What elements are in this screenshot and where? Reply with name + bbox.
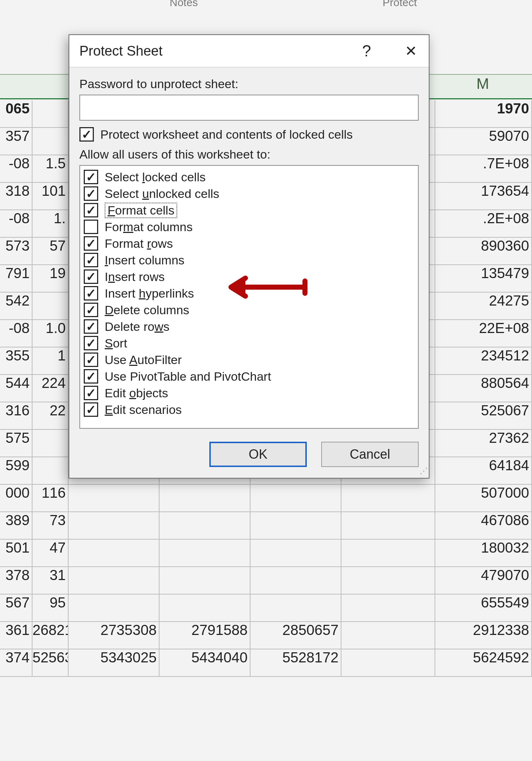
cell[interactable]: 2735308	[69, 622, 160, 649]
cell[interactable]	[250, 540, 341, 566]
cell[interactable]: 2912338	[435, 622, 532, 649]
cell[interactable]: 57	[32, 238, 69, 264]
cell[interactable]: 180032	[435, 540, 532, 566]
table-row[interactable]: 56795655549	[0, 594, 532, 622]
permission-checkbox[interactable]	[84, 220, 98, 234]
table-row[interactable]: 36126821592735308279158828506572912338	[0, 622, 532, 649]
cell[interactable]: 1970	[435, 100, 532, 127]
permission-label[interactable]: Delete columns	[105, 303, 189, 317]
cell[interactable]: 467086	[435, 512, 532, 539]
cell[interactable]: 361	[0, 622, 32, 649]
cell[interactable]: 31	[32, 567, 69, 594]
permission-label[interactable]: Sort	[105, 336, 127, 350]
cell[interactable]	[160, 512, 250, 539]
permission-checkbox[interactable]	[84, 386, 98, 400]
permission-checkbox[interactable]	[84, 353, 98, 367]
cell[interactable]: 374	[0, 649, 32, 676]
cell[interactable]	[69, 594, 160, 621]
cell[interactable]	[32, 128, 69, 155]
cell[interactable]: 655549	[435, 594, 532, 621]
permission-checkbox[interactable]	[84, 253, 98, 267]
cell[interactable]: 542	[0, 293, 32, 319]
cell[interactable]: 73	[32, 512, 69, 539]
permission-label[interactable]: Select locked cells	[105, 170, 206, 184]
cell[interactable]: 355	[0, 347, 32, 374]
permission-label[interactable]: Use AutoFilter	[105, 353, 182, 367]
cell[interactable]: 357	[0, 128, 32, 155]
permission-label[interactable]: Delete rows	[105, 320, 170, 334]
cell[interactable]	[341, 594, 435, 621]
cell[interactable]: 1.5	[32, 155, 69, 182]
permission-checkbox[interactable]	[84, 170, 98, 184]
cell[interactable]: 101	[32, 183, 69, 209]
cell[interactable]: 316	[0, 402, 32, 429]
cell[interactable]: 1.	[32, 210, 69, 237]
cell[interactable]: 791	[0, 265, 32, 292]
permission-checkbox[interactable]	[84, 286, 98, 300]
cell[interactable]: 507000	[435, 485, 532, 511]
cell[interactable]: 27362	[435, 430, 532, 457]
cell[interactable]: 1	[32, 347, 69, 374]
cell[interactable]: 065	[0, 100, 32, 127]
table-row[interactable]: 000116507000	[0, 485, 532, 512]
cell[interactable]: 135479	[435, 265, 532, 292]
cell[interactable]: 5528172	[250, 649, 341, 676]
cell[interactable]	[341, 485, 435, 511]
cell[interactable]	[160, 567, 250, 594]
cell[interactable]: 2850657	[250, 622, 341, 649]
cell[interactable]: 59070	[435, 128, 532, 155]
cell[interactable]: .2E+08	[435, 210, 532, 237]
cell[interactable]: 22E+08	[435, 320, 532, 347]
permission-checkbox[interactable]	[84, 402, 98, 417]
cell[interactable]: 501	[0, 540, 32, 566]
table-row[interactable]: 37831479070	[0, 567, 532, 594]
cell[interactable]: 47	[32, 540, 69, 566]
permission-checkbox[interactable]	[84, 369, 98, 384]
permission-label[interactable]: Insert columns	[105, 253, 184, 267]
ok-button[interactable]: OK	[209, 442, 307, 467]
cell[interactable]: 95	[32, 594, 69, 621]
cell[interactable]	[32, 430, 69, 457]
cell[interactable]: 389	[0, 512, 32, 539]
cell[interactable]: -08	[0, 155, 32, 182]
cell[interactable]	[250, 512, 341, 539]
cell[interactable]: -08	[0, 210, 32, 237]
cell[interactable]	[341, 512, 435, 539]
cell[interactable]	[160, 485, 250, 511]
cell[interactable]: 890360	[435, 238, 532, 264]
column-header-m[interactable]: M	[437, 75, 529, 97]
cell[interactable]	[69, 540, 160, 566]
cell[interactable]: 19	[32, 265, 69, 292]
cell[interactable]: 544	[0, 375, 32, 402]
permission-label[interactable]: Edit scenarios	[105, 403, 182, 417]
permission-label[interactable]: Format cells	[105, 203, 177, 218]
dialog-titlebar[interactable]: Protect Sheet ? ✕	[69, 35, 429, 68]
cell[interactable]: 525067	[435, 402, 532, 429]
cell[interactable]: 2791588	[160, 622, 250, 649]
table-row[interactable]: 37452563605343025543404055281725624592	[0, 649, 532, 677]
cell[interactable]	[160, 540, 250, 566]
cell[interactable]: 234512	[435, 347, 532, 374]
cell[interactable]	[32, 100, 69, 127]
cell[interactable]: .7E+08	[435, 155, 532, 182]
cell[interactable]: 173654	[435, 183, 532, 209]
resize-grip-icon[interactable]: ⋰	[420, 466, 427, 476]
cell[interactable]: 64184	[435, 457, 532, 484]
cell[interactable]	[69, 512, 160, 539]
cell[interactable]	[32, 457, 69, 484]
cell[interactable]	[250, 594, 341, 621]
cell[interactable]: -08	[0, 320, 32, 347]
cell[interactable]: 599	[0, 457, 32, 484]
table-row[interactable]: 38973467086	[0, 512, 532, 540]
permission-label[interactable]: Select unlocked cells	[105, 187, 219, 201]
permission-checkbox[interactable]	[84, 203, 98, 217]
permission-label[interactable]: Edit objects	[105, 386, 168, 400]
cell[interactable]: 24275	[435, 293, 532, 319]
cell[interactable]: 573	[0, 238, 32, 264]
permission-label[interactable]: Use PivotTable and PivotChart	[105, 369, 271, 384]
cell[interactable]: 5256360	[32, 649, 69, 676]
help-icon[interactable]: ?	[362, 42, 371, 60]
cell[interactable]	[32, 293, 69, 319]
permission-label[interactable]: Insert hyperlinks	[105, 286, 194, 300]
cell[interactable]: 880564	[435, 375, 532, 402]
